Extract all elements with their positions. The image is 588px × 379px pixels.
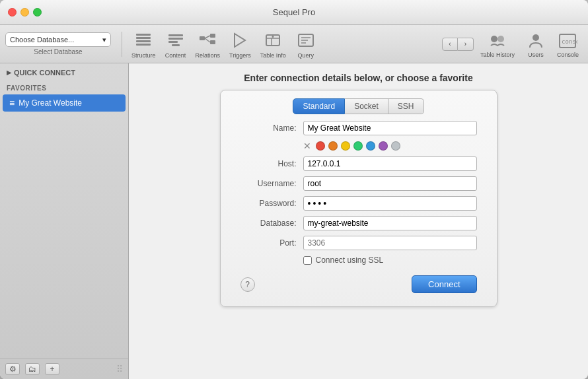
minimize-button[interactable] xyxy=(20,8,29,17)
connection-panel: Standard Socket SSH Name: ✕ xyxy=(220,90,497,307)
toolbar-triggers-button[interactable]: Triggers xyxy=(225,27,255,61)
query-label: Query xyxy=(298,52,314,59)
nav-back-button[interactable]: ‹ xyxy=(442,38,458,51)
color-dot-green[interactable] xyxy=(353,141,363,151)
color-dot-purple[interactable] xyxy=(379,141,388,151)
svg-rect-5 xyxy=(168,38,183,40)
form-actions: ? Connect xyxy=(221,265,497,293)
table-history-button[interactable]: Table History xyxy=(476,29,519,59)
database-input[interactable] xyxy=(303,216,477,230)
users-icon xyxy=(525,30,546,52)
port-input[interactable] xyxy=(303,236,477,250)
settings-button[interactable]: ⚙ xyxy=(5,363,20,375)
toolbar-structure-button[interactable]: Structure xyxy=(128,27,160,61)
content-area: Enter connection details below, or choos… xyxy=(129,63,588,379)
content-label: Content xyxy=(165,52,186,59)
database-label: Database: xyxy=(240,219,297,228)
toolbar: Choose Database... ▾ Select Database Str… xyxy=(0,25,588,63)
username-input[interactable] xyxy=(303,176,477,191)
traffic-lights xyxy=(8,8,42,17)
database-selector-container: Choose Database... ▾ Select Database xyxy=(5,32,111,55)
host-input[interactable] xyxy=(303,156,477,171)
tab-socket[interactable]: Socket xyxy=(345,98,388,114)
gear-icon: ⚙ xyxy=(9,364,17,374)
color-dot-yellow[interactable] xyxy=(341,141,350,151)
sidebar-item-my-great-website[interactable]: ≡ My Great Website xyxy=(3,94,126,112)
host-row: Host: xyxy=(240,156,477,171)
connection-form: Name: ✕ xyxy=(221,121,497,265)
port-row: Port: xyxy=(240,236,477,250)
table-history-label: Table History xyxy=(480,52,515,58)
svg-rect-7 xyxy=(172,44,180,46)
toolbar-table-info-button[interactable]: Table Info xyxy=(256,27,290,61)
quick-connect-arrow-icon: ▶ xyxy=(7,69,11,76)
toolbar-query-button[interactable]: Query xyxy=(291,27,320,61)
quick-connect-header[interactable]: ▶ QUICK CONNECT xyxy=(0,63,128,82)
ssl-checkbox[interactable] xyxy=(303,256,312,265)
add-folder-button[interactable]: 🗂 xyxy=(25,363,40,375)
svg-point-24 xyxy=(497,36,504,42)
tab-ssh[interactable]: SSH xyxy=(388,98,424,114)
password-label: Password: xyxy=(240,199,297,208)
toolbar-main-buttons: Structure Content xyxy=(128,27,320,61)
tab-standard[interactable]: Standard xyxy=(293,98,345,114)
toolbar-relations-button[interactable]: Relations xyxy=(192,27,225,61)
content-icon xyxy=(165,30,186,51)
password-row: Password: xyxy=(240,196,477,211)
server-icon: ≡ xyxy=(9,98,15,108)
help-button[interactable]: ? xyxy=(240,277,255,292)
svg-rect-2 xyxy=(136,40,151,42)
color-dot-gray[interactable] xyxy=(391,141,400,151)
svg-rect-1 xyxy=(136,37,151,39)
favorites-header: FAVORITES xyxy=(0,82,128,94)
question-mark-icon: ? xyxy=(245,280,250,289)
connect-button[interactable]: Connect xyxy=(412,275,476,293)
main-window: Sequel Pro Choose Database... ▾ Select D… xyxy=(0,0,588,379)
users-button[interactable]: Users xyxy=(521,29,550,59)
nav-forward-button[interactable]: › xyxy=(458,38,474,51)
host-label: Host: xyxy=(240,159,297,168)
svg-line-12 xyxy=(205,38,210,42)
query-icon xyxy=(295,30,316,51)
color-clear-icon[interactable]: ✕ xyxy=(303,141,311,151)
toolbar-content-button[interactable]: Content xyxy=(161,27,190,61)
sidebar: ▶ QUICK CONNECT FAVORITES ≡ My Great Web… xyxy=(0,63,129,379)
database-select[interactable]: Choose Database... ▾ xyxy=(5,32,111,47)
color-dot-red[interactable] xyxy=(316,141,325,151)
close-button[interactable] xyxy=(8,8,17,17)
svg-rect-6 xyxy=(168,41,178,43)
content-header-title: Enter connection details below, or choos… xyxy=(244,73,472,83)
color-dot-blue[interactable] xyxy=(366,141,375,151)
relations-label: Relations xyxy=(196,52,221,59)
toolbar-right: ‹ › Table History xyxy=(442,29,583,59)
svg-point-25 xyxy=(533,34,539,41)
resize-handle[interactable]: ⠿ xyxy=(116,364,123,374)
name-input[interactable] xyxy=(303,121,477,135)
quick-connect-label: QUICK CONNECT xyxy=(14,69,75,77)
titlebar: Sequel Pro xyxy=(0,0,588,25)
chevron-down-icon: ▾ xyxy=(102,36,106,44)
sidebar-item-label: My Great Website xyxy=(18,98,82,108)
console-button[interactable]: consoLe Console xyxy=(553,29,583,59)
table-history-icon xyxy=(487,30,508,52)
password-input[interactable] xyxy=(303,196,477,211)
color-dot-orange[interactable] xyxy=(328,141,338,151)
select-database-sublabel: Select Database xyxy=(34,48,82,55)
database-row: Database: xyxy=(240,216,477,230)
ssl-row: Connect using SSL xyxy=(240,256,477,265)
name-row: Name: xyxy=(240,121,477,135)
username-label: Username: xyxy=(240,179,297,188)
svg-rect-8 xyxy=(200,36,205,40)
main-layout: ▶ QUICK CONNECT FAVORITES ≡ My Great Web… xyxy=(0,63,588,379)
add-button[interactable]: + xyxy=(45,363,59,375)
connection-tabs: Standard Socket SSH xyxy=(221,90,497,121)
users-label: Users xyxy=(528,52,544,58)
svg-line-11 xyxy=(205,36,210,38)
username-row: Username: xyxy=(240,176,477,191)
svg-point-18 xyxy=(272,36,274,38)
svg-rect-0 xyxy=(136,34,151,36)
console-icon: consoLe xyxy=(557,30,578,52)
database-select-label: Choose Database... xyxy=(10,36,74,44)
maximize-button[interactable] xyxy=(33,8,42,17)
color-dots-row: ✕ xyxy=(240,141,477,151)
